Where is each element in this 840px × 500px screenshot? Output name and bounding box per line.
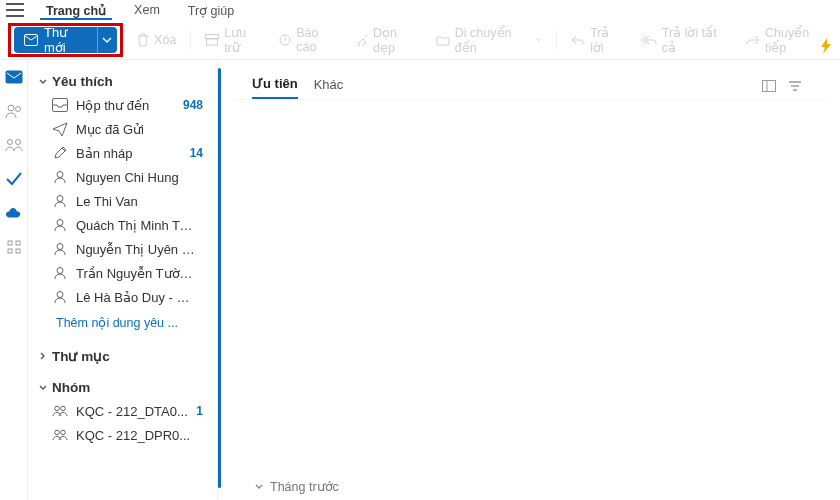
- archive-button[interactable]: Lưu trữ: [201, 25, 265, 55]
- svg-point-5: [8, 105, 14, 111]
- broom-icon: [356, 34, 368, 46]
- people-app-icon[interactable]: [5, 102, 23, 120]
- person-icon: [52, 265, 68, 281]
- onedrive-app-icon[interactable]: [5, 204, 23, 222]
- chevron-down-icon: [38, 77, 48, 87]
- report-button[interactable]: Báo cáo: [275, 26, 342, 54]
- toolbar: Thư mới Xóa Lưu trữ Báo cáo Dọn dẹp Di c…: [0, 20, 840, 60]
- svg-point-15: [57, 196, 63, 202]
- reply-icon: [571, 35, 585, 45]
- svg-rect-11: [8, 249, 12, 253]
- sidebar-item-label: Trần Nguyễn Tường...: [76, 266, 196, 281]
- forward-button[interactable]: Chuyển tiếp: [742, 25, 832, 55]
- move-button[interactable]: Di chuyển đến: [432, 25, 546, 55]
- tab-focused[interactable]: Ưu tiên: [252, 72, 298, 99]
- sidebar-item[interactable]: Hộp thư đến948: [36, 93, 209, 117]
- svg-point-19: [57, 292, 63, 298]
- mail-icon: [24, 34, 38, 46]
- lightning-icon[interactable]: [820, 38, 832, 54]
- reply-button[interactable]: Trả lời: [567, 25, 627, 55]
- group-item-label: KQC - 212_DPR0...: [76, 428, 190, 443]
- more-apps-icon[interactable]: [5, 238, 23, 256]
- svg-rect-12: [16, 249, 20, 253]
- mail-app-icon[interactable]: [5, 68, 23, 86]
- svg-point-22: [55, 430, 60, 435]
- menu-help[interactable]: Trợ giúp: [182, 1, 240, 20]
- svg-point-18: [57, 268, 63, 274]
- svg-rect-9: [8, 241, 12, 245]
- sidebar-item[interactable]: Le Thi Van: [36, 189, 209, 213]
- layout-icon[interactable]: [762, 80, 776, 92]
- new-mail-label: Thư mới: [44, 25, 87, 55]
- sidebar-item-label: Hộp thư đến: [76, 98, 149, 113]
- favorites-header[interactable]: Yêu thích: [36, 70, 209, 93]
- count-badge: 14: [190, 146, 203, 160]
- sidebar-item-label: Nguyễn Thị Uyên P...: [76, 242, 196, 257]
- groups-header[interactable]: Nhóm: [36, 376, 209, 399]
- selection-accent: [218, 68, 221, 488]
- sidebar-item-label: Le Thi Van: [76, 194, 138, 209]
- folders-header[interactable]: Thư mục: [36, 344, 209, 368]
- message-tabs: Ưu tiên Khác: [232, 68, 826, 99]
- group-item[interactable]: KQC - 212_DTA0...1: [36, 399, 209, 423]
- svg-point-8: [15, 140, 20, 145]
- group-icon: [52, 403, 68, 419]
- sidebar-item-label: Quách Thị Minh Tra...: [76, 218, 196, 233]
- group-item[interactable]: KQC - 212_DPR0...: [36, 423, 209, 447]
- svg-point-17: [57, 244, 63, 250]
- todo-app-icon[interactable]: [5, 170, 23, 188]
- add-favorite[interactable]: Thêm nội dung yêu ...: [36, 309, 209, 336]
- archive-icon: [205, 34, 219, 46]
- svg-point-6: [15, 107, 20, 112]
- svg-rect-1: [206, 34, 219, 38]
- sidebar-item[interactable]: Lê Hà Bảo Duy - Kh...: [36, 285, 209, 309]
- sidebar-item[interactable]: Quách Thị Minh Tra...: [36, 213, 209, 237]
- highlight-new-mail: Thư mới: [8, 23, 123, 57]
- svg-point-14: [57, 172, 63, 178]
- svg-rect-2: [207, 39, 218, 45]
- trash-icon: [137, 33, 149, 47]
- left-rail: [0, 60, 28, 500]
- sidebar-item[interactable]: Nguyen Chi Hung: [36, 165, 209, 189]
- tab-other[interactable]: Khác: [314, 73, 344, 98]
- person-icon: [52, 289, 68, 305]
- sidebar-item-label: Lê Hà Bảo Duy - Kh...: [76, 290, 196, 305]
- forward-icon: [746, 35, 760, 45]
- person-icon: [52, 217, 68, 233]
- new-mail-dropdown[interactable]: [97, 27, 117, 53]
- inbox-icon: [52, 97, 68, 113]
- groups-app-icon[interactable]: [5, 136, 23, 154]
- svg-point-7: [7, 140, 12, 145]
- menu-home[interactable]: Trang chủ: [40, 1, 112, 20]
- hamburger-icon[interactable]: [6, 3, 24, 17]
- svg-point-16: [57, 220, 63, 226]
- month-group-header[interactable]: Tháng trước: [254, 479, 339, 494]
- message-list[interactable]: Tháng trước: [232, 99, 826, 492]
- delete-button[interactable]: Xóa: [133, 33, 180, 47]
- sidebar-item[interactable]: Trần Nguyễn Tường...: [36, 261, 209, 285]
- group-item-label: KQC - 212_DTA0...: [76, 404, 188, 419]
- filter-icon[interactable]: [788, 80, 802, 92]
- menu-view[interactable]: Xem: [128, 1, 166, 19]
- chevron-down-icon: [535, 37, 542, 42]
- folder-move-icon: [436, 34, 450, 46]
- message-list-pane: Ưu tiên Khác Tháng trước: [218, 60, 840, 500]
- svg-rect-4: [5, 71, 22, 84]
- sweep-button[interactable]: Dọn dẹp: [352, 25, 422, 55]
- svg-point-21: [61, 406, 66, 411]
- svg-point-23: [61, 430, 66, 435]
- svg-rect-24: [763, 80, 776, 91]
- sidebar-item[interactable]: Mục đã Gửi: [36, 117, 209, 141]
- sidebar-item-label: Mục đã Gửi: [76, 122, 144, 137]
- person-icon: [52, 169, 68, 185]
- reply-all-button[interactable]: Trả lời tất cả: [637, 25, 732, 55]
- sidebar-item[interactable]: Nguyễn Thị Uyên P...: [36, 237, 209, 261]
- chevron-right-icon: [38, 351, 48, 361]
- svg-point-20: [55, 406, 60, 411]
- new-mail-button[interactable]: Thư mới: [14, 27, 97, 53]
- sidebar-item[interactable]: Bản nháp14: [36, 141, 209, 165]
- svg-rect-10: [16, 241, 20, 245]
- chevron-down-icon: [38, 383, 48, 393]
- report-icon: [279, 34, 291, 46]
- count-badge: 948: [183, 98, 203, 112]
